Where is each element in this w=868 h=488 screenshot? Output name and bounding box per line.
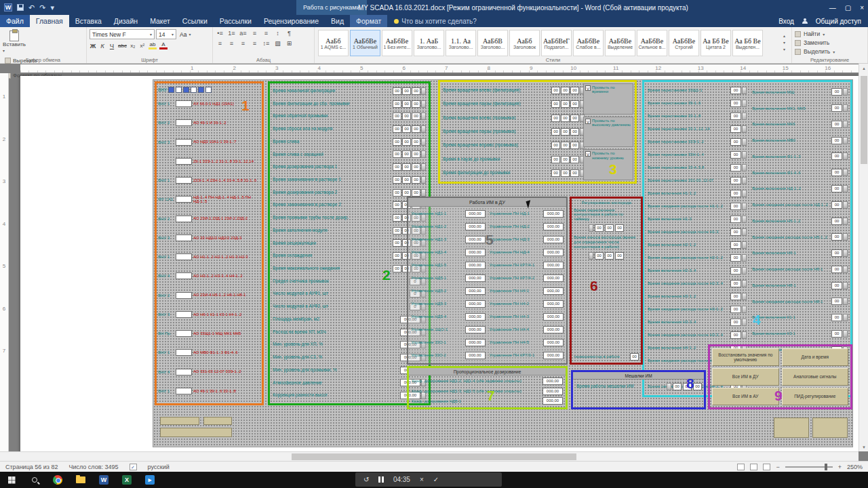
time-h-input[interactable]: 00 <box>551 156 560 163</box>
time-s-input[interactable]: 00 <box>412 113 420 120</box>
time-s-input[interactable]: 00 <box>570 128 579 136</box>
style-card[interactable]: АаБбВе Сильное в... <box>637 30 667 56</box>
time-m-input[interactable]: 00 <box>402 100 411 108</box>
signal-value-input[interactable] <box>176 196 192 203</box>
time-m-input[interactable]: 00 <box>561 142 570 149</box>
spinner[interactable] <box>843 249 848 257</box>
time-s-input[interactable]: 00 <box>412 150 420 158</box>
signal-value-input[interactable] <box>176 311 192 318</box>
spinner[interactable] <box>742 280 747 287</box>
time-input[interactable]: 00 <box>831 330 842 338</box>
panel-button[interactable] <box>774 418 809 438</box>
scada-button[interactable]: Дата и время <box>782 348 849 366</box>
time-h-input[interactable]: 00 <box>393 163 401 171</box>
spinner[interactable] <box>843 282 848 289</box>
tab-references[interactable]: Ссылки <box>176 15 214 27</box>
time-h-input[interactable]: 00 <box>551 100 560 108</box>
language-indicator[interactable]: русский <box>148 464 170 470</box>
spinner[interactable] <box>421 163 426 171</box>
gallery-more-icon[interactable]: ▾ <box>783 47 785 52</box>
control-value-input[interactable]: 000,00 <box>543 352 564 359</box>
start-button[interactable] <box>0 472 23 488</box>
maximize-button[interactable]: ▢ <box>845 4 851 12</box>
save-icon[interactable] <box>17 4 24 11</box>
time-s-input[interactable]: 00 <box>570 87 579 94</box>
signal-value-input[interactable] <box>176 253 192 260</box>
time-s-input[interactable]: 00 <box>412 125 420 133</box>
time-input[interactable]: 00 <box>831 282 842 289</box>
time-h-input[interactable]: 00 <box>393 227 401 235</box>
spinner[interactable] <box>742 151 747 159</box>
gallery-up-icon[interactable]: ▴ <box>783 33 785 38</box>
align-center-icon[interactable]: ≡ <box>227 39 236 47</box>
time-input[interactable]: 00 <box>730 267 741 274</box>
spinner[interactable] <box>421 113 426 120</box>
select-button[interactable]: Выделить▾ <box>795 48 865 55</box>
control-value-input[interactable]: 000,00 <box>465 249 486 256</box>
time-input[interactable]: 00 <box>831 121 842 128</box>
spinner[interactable] <box>843 88 848 96</box>
sign-in-link[interactable]: Вход <box>778 18 794 25</box>
spinner[interactable] <box>421 176 426 184</box>
zoom-out-button[interactable]: − <box>776 464 779 470</box>
time-input[interactable]: 00 <box>730 241 741 249</box>
style-card[interactable]: АаБб Заголовок <box>509 30 540 56</box>
time-input[interactable]: 00 <box>831 169 842 176</box>
time-input[interactable]: 00 <box>615 224 624 232</box>
word-count[interactable]: Число слов: 3495 <box>68 464 118 470</box>
tell-me-box[interactable]: Что вы хотите сделать? <box>387 15 484 27</box>
spinner[interactable] <box>742 319 747 326</box>
control-value-input[interactable]: 000,00 <box>465 313 486 321</box>
spinner[interactable] <box>742 293 747 300</box>
time-s-input[interactable]: 00 <box>570 156 579 163</box>
spinner[interactable] <box>843 218 848 225</box>
tab-home[interactable]: Главная <box>30 15 69 27</box>
restart-icon[interactable]: ↺ <box>363 476 369 483</box>
qat-dropdown-icon[interactable]: ▾ <box>50 0 54 15</box>
spinner[interactable] <box>742 177 747 184</box>
time-input[interactable]: 00 <box>730 100 741 107</box>
bullets-icon[interactable]: •≡ <box>216 29 224 37</box>
time-s-input[interactable]: 00 <box>570 115 579 122</box>
control-value-input[interactable]: 000,00 <box>465 352 486 359</box>
time-input[interactable]: 00 <box>730 293 741 300</box>
time-input[interactable]: 00 <box>730 190 741 197</box>
spinner[interactable] <box>843 298 848 305</box>
taskbar-word-button[interactable]: W <box>92 472 115 488</box>
style-card[interactable]: АаБбВе Выделение <box>605 30 635 56</box>
time-h-input[interactable]: 00 <box>393 125 401 133</box>
document-page[interactable]: ВНУ ВНУ 1 АХ 66.0-1 НД1 (19А1) <box>20 76 859 451</box>
bit-cell[interactable] <box>183 87 189 93</box>
control-value-input[interactable]: 000,00 <box>543 210 564 218</box>
time-input[interactable]: 00 <box>730 177 741 184</box>
bit-cell[interactable] <box>168 87 174 93</box>
style-card[interactable]: АаБбВе Слабое в... <box>573 30 604 56</box>
time-h-input[interactable]: 00 <box>393 150 401 158</box>
tab-format[interactable]: Формат <box>350 15 387 27</box>
zoom-slider-thumb[interactable] <box>825 464 827 470</box>
time-input[interactable]: 00 <box>605 252 614 260</box>
style-card[interactable]: Аа Бб Ве Выделен... <box>732 30 763 56</box>
gallery-down-icon[interactable]: ▾ <box>783 40 785 45</box>
value-input[interactable]: 00 <box>630 353 639 361</box>
pilcrow-icon[interactable]: ¶ <box>285 29 294 37</box>
horizontal-scrollbar[interactable] <box>0 451 859 461</box>
scada-button[interactable]: Восстановить значения по умолчанию <box>712 348 779 366</box>
spinner[interactable] <box>589 224 593 232</box>
control-value-input[interactable]: 000,00 <box>465 326 486 333</box>
checkbox[interactable]: V <box>585 119 591 124</box>
time-input[interactable]: 00 <box>730 306 741 313</box>
bit-cell[interactable] <box>205 87 212 93</box>
time-input[interactable]: 00 <box>730 319 741 326</box>
time-h-input[interactable]: 00 <box>393 87 401 95</box>
spinner[interactable] <box>843 233 848 241</box>
style-card[interactable]: Аа Бб Ве Цитата 2 <box>701 30 731 56</box>
style-card[interactable]: 1. АаБ Заголово... <box>414 30 444 56</box>
increase-indent-icon[interactable]: ≡ <box>262 29 271 37</box>
spinner[interactable] <box>742 100 747 107</box>
zoom-level[interactable]: 250% <box>847 464 863 470</box>
strikethrough-button[interactable]: abc <box>118 43 127 49</box>
spinner[interactable] <box>742 216 747 223</box>
control-value-input[interactable]: 000,00 <box>543 236 564 243</box>
time-input[interactable]: 00 <box>730 125 741 133</box>
